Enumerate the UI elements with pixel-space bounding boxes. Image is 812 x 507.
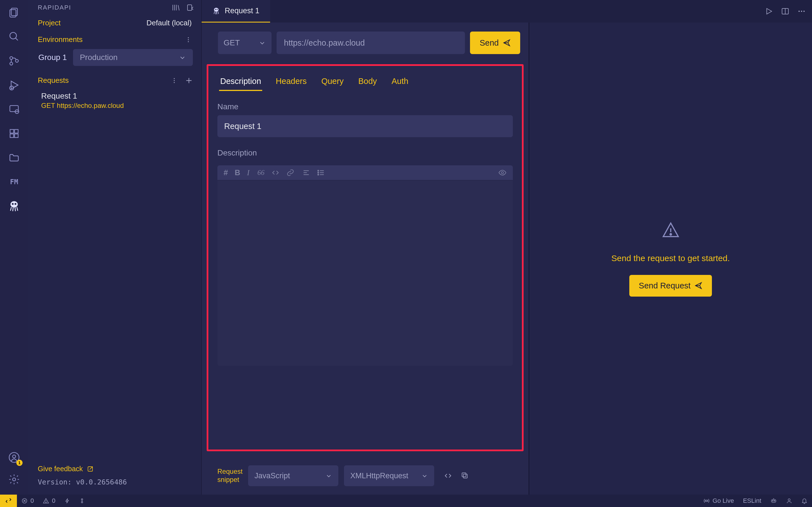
description-toolbar: # B I 66: [217, 165, 513, 180]
request-list-item[interactable]: Request 1 GET https://echo.paw.cloud: [28, 88, 201, 114]
project-label: Project: [38, 18, 61, 27]
library-icon[interactable]: [171, 3, 180, 12]
svg-rect-12: [15, 134, 18, 138]
folder-icon[interactable]: [7, 151, 21, 165]
bold-icon[interactable]: B: [235, 168, 241, 177]
request-item-title: Request 1: [41, 92, 192, 101]
account-icon[interactable]: 1: [7, 450, 21, 465]
heading-icon[interactable]: #: [223, 168, 228, 177]
snippet-library-select[interactable]: XMLHttpRequest: [344, 465, 434, 486]
subtab-description[interactable]: Description: [219, 73, 262, 91]
svg-point-25: [174, 82, 175, 83]
url-input[interactable]: [276, 32, 465, 54]
copilot-icon[interactable]: [766, 495, 781, 507]
svg-point-24: [174, 80, 175, 81]
status-bar: 0 0 Go Live ESLint: [0, 495, 812, 507]
search-icon[interactable]: [7, 29, 21, 44]
main-panel: Request 1 GET Send: [202, 0, 812, 495]
svg-point-47: [772, 501, 773, 501]
code-icon[interactable]: [271, 168, 280, 177]
svg-point-31: [799, 11, 800, 12]
svg-point-36: [318, 174, 319, 175]
request-item-subtitle: GET https://echo.paw.cloud: [41, 102, 192, 110]
run-icon[interactable]: [765, 7, 773, 15]
more-icon[interactable]: [797, 7, 806, 15]
settings-icon[interactable]: [7, 472, 21, 487]
go-live-button[interactable]: Go Live: [699, 495, 739, 507]
env-group-label[interactable]: Group 1: [37, 53, 68, 62]
status-ports-icon[interactable]: [60, 495, 75, 507]
snippet-copy-icon[interactable]: [461, 471, 469, 480]
svg-point-45: [706, 500, 708, 502]
import-icon[interactable]: [186, 3, 195, 12]
link-icon[interactable]: [287, 169, 294, 177]
env-more-icon[interactable]: [185, 36, 192, 43]
svg-point-49: [788, 499, 790, 501]
activity-bar: FM 1: [0, 0, 28, 495]
requests-label: Requests: [38, 76, 69, 85]
svg-point-17: [13, 455, 16, 458]
svg-point-3: [10, 57, 13, 59]
remote-explorer-icon[interactable]: [7, 102, 21, 117]
svg-point-4: [10, 62, 13, 65]
editor-tab-bar: Request 1: [202, 0, 812, 22]
snippet-code-icon[interactable]: [444, 471, 452, 480]
response-panel: Send the request to get started. Send Re…: [529, 22, 812, 495]
problems-errors[interactable]: 0: [17, 495, 38, 507]
debug-icon[interactable]: [7, 78, 21, 93]
subtab-headers[interactable]: Headers: [274, 73, 308, 91]
status-sync-icon[interactable]: [75, 495, 89, 507]
svg-point-14: [12, 203, 13, 205]
add-request-icon[interactable]: [185, 76, 193, 84]
name-input[interactable]: [217, 115, 513, 137]
requests-more-icon[interactable]: [171, 77, 177, 84]
editor-tab-request1[interactable]: Request 1: [202, 0, 270, 22]
give-feedback-link[interactable]: Give feedback: [38, 465, 192, 473]
subtab-auth[interactable]: Auth: [391, 73, 410, 91]
snippet-language-select[interactable]: JavaScript: [248, 465, 338, 486]
send-request-button[interactable]: Send Request: [629, 275, 712, 297]
split-editor-icon[interactable]: [781, 7, 790, 15]
http-method-select[interactable]: GET: [218, 32, 271, 54]
warning-icon: [662, 221, 680, 239]
remote-indicator[interactable]: [0, 495, 17, 507]
svg-point-42: [46, 502, 46, 503]
subtab-body[interactable]: Body: [357, 73, 378, 91]
environment-select[interactable]: Production: [73, 49, 193, 66]
svg-point-40: [670, 233, 671, 235]
svg-point-44: [81, 502, 83, 503]
list-icon[interactable]: [317, 169, 325, 177]
fm-icon[interactable]: FM: [7, 175, 21, 189]
extensions-icon[interactable]: [7, 126, 21, 141]
preview-icon[interactable]: [498, 168, 507, 177]
sidebar: RAPIDAPI Project Default (local) Environ…: [28, 0, 202, 495]
align-icon[interactable]: [302, 169, 310, 177]
subtab-query[interactable]: Query: [320, 73, 345, 91]
svg-rect-10: [15, 129, 18, 133]
svg-rect-38: [463, 474, 467, 478]
http-method-value: GET: [223, 38, 240, 47]
request-editor: GET Send Description Headers Query Body: [202, 22, 529, 495]
svg-point-23: [174, 78, 175, 79]
svg-point-43: [81, 499, 83, 500]
notifications-icon[interactable]: [797, 495, 812, 507]
live-share-icon[interactable]: [781, 495, 797, 507]
explorer-icon[interactable]: [7, 5, 21, 20]
snippet-bar: Request snippet JavaScript XMLHttpReques…: [202, 458, 529, 495]
source-control-icon[interactable]: [7, 54, 21, 68]
svg-point-32: [801, 11, 802, 12]
send-button[interactable]: Send: [470, 32, 520, 54]
rapidapi-icon[interactable]: [7, 199, 21, 214]
tab-title: Request 1: [225, 6, 259, 15]
quote-icon[interactable]: 66: [257, 169, 264, 177]
svg-point-21: [188, 39, 189, 40]
problems-warnings[interactable]: 0: [38, 495, 60, 507]
eslint-status[interactable]: ESLint: [739, 495, 766, 507]
environments-label: Environments: [38, 35, 83, 44]
project-value[interactable]: Default (local): [147, 18, 192, 27]
svg-point-35: [318, 172, 319, 173]
description-editor[interactable]: [217, 180, 513, 366]
account-badge: 1: [16, 460, 22, 466]
svg-rect-19: [188, 5, 192, 10]
italic-icon[interactable]: I: [247, 168, 250, 177]
